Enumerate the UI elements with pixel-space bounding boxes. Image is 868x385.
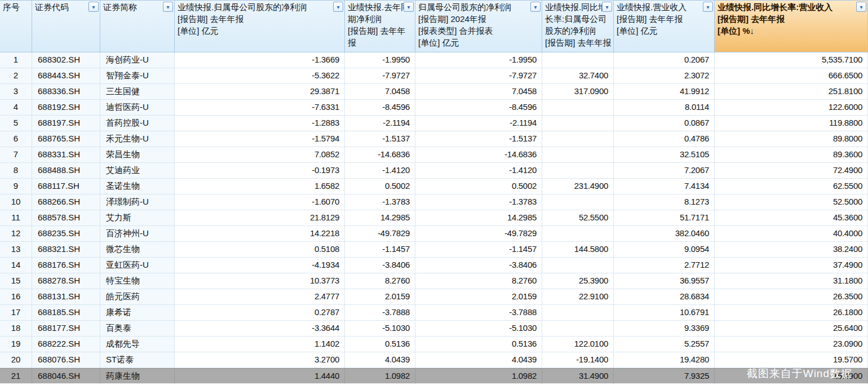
cell-revenue-express[interactable]: 0.2067 <box>614 52 715 68</box>
cell-security-code[interactable]: 688266.SH <box>32 194 100 210</box>
table-row[interactable]: 1688302.SH海创药业-U-1.3669-1.9950-1.99500.2… <box>0 52 868 68</box>
column-header-security-code[interactable]: 证券代码▾ <box>32 0 100 52</box>
cell-net-profit-yoy-growth[interactable] <box>542 258 614 273</box>
cell-security-code[interactable]: 688302.SH <box>32 52 100 68</box>
cell-security-code[interactable]: 688176.SH <box>32 258 100 273</box>
cell-net-profit-2024-report[interactable]: -3.8406 <box>415 258 542 273</box>
cell-revenue-express[interactable]: 5.2557 <box>614 337 715 352</box>
cell-net-profit-yoy-growth[interactable] <box>542 163 614 179</box>
table-row[interactable]: 3688336.SH三生国健29.38717.04587.0458317.090… <box>0 84 868 100</box>
cell-security-name[interactable]: 皓元医药 <box>100 289 175 305</box>
cell-index[interactable]: 11 <box>0 210 32 226</box>
table-row[interactable]: 16688131.SH皓元医药2.47772.01592.015922.9100… <box>0 289 868 305</box>
cell-net-profit-express[interactable]: -0.1973 <box>175 163 345 179</box>
cell-index[interactable]: 13 <box>0 242 32 258</box>
cell-index[interactable]: 8 <box>0 163 32 179</box>
cell-index[interactable]: 15 <box>0 273 32 289</box>
cell-revenue-express[interactable]: 10.6791 <box>614 305 715 321</box>
table-row[interactable]: 9688117.SH圣诺生物1.65820.50020.5002231.4900… <box>0 179 868 194</box>
cell-net-profit-yoy-growth[interactable] <box>542 116 614 131</box>
cell-index[interactable]: 19 <box>0 337 32 352</box>
cell-security-name[interactable]: 泽璟制药-U <box>100 194 175 210</box>
table-row[interactable]: 10688266.SH泽璟制药-U-1.6070-1.3783-1.37838.… <box>0 194 868 210</box>
cell-revenue-yoy-growth[interactable]: 15.4900 <box>715 368 868 384</box>
cell-revenue-express[interactable]: 8.0114 <box>614 100 715 116</box>
cell-net-profit-yoy-growth[interactable]: 31.4900 <box>542 368 614 384</box>
table-row[interactable]: 17688185.SH康希诺0.2787-3.7888-3.788810.679… <box>0 305 868 321</box>
cell-index[interactable]: 5 <box>0 116 32 131</box>
cell-net-profit-yoy-growth[interactable]: -19.1400 <box>542 352 614 368</box>
cell-security-name[interactable]: 智翔金泰-U <box>100 68 175 84</box>
cell-revenue-express[interactable]: 0.0867 <box>614 116 715 131</box>
table-row[interactable]: 12688235.SH百济神州-U14.2218-49.7829-49.7829… <box>0 226 868 242</box>
cell-revenue-yoy-growth[interactable]: 38.2400 <box>715 242 868 258</box>
cell-index[interactable]: 20 <box>0 352 32 368</box>
cell-net-profit-express[interactable]: 0.2787 <box>175 305 345 321</box>
filter-dropdown-icon[interactable]: ▾ <box>703 2 713 12</box>
table-row[interactable]: 11688578.SH艾力斯21.812914.298514.298552.55… <box>0 210 868 226</box>
cell-security-name[interactable]: 艾力斯 <box>100 210 175 226</box>
cell-net-profit-yoy-growth[interactable] <box>542 147 614 163</box>
cell-revenue-yoy-growth[interactable]: 45.3600 <box>715 210 868 226</box>
cell-net-profit-express[interactable]: 1.1402 <box>175 337 345 352</box>
cell-net-profit-2024-report[interactable]: 14.2985 <box>415 210 542 226</box>
cell-security-code[interactable]: 688046.SH <box>32 368 100 384</box>
cell-net-profit-2024-report[interactable]: -1.4120 <box>415 163 542 179</box>
cell-revenue-express[interactable]: 8.1273 <box>614 194 715 210</box>
cell-security-code[interactable]: 688765.SH <box>32 131 100 147</box>
cell-revenue-express[interactable]: 28.6834 <box>614 289 715 305</box>
cell-security-code[interactable]: 688578.SH <box>32 210 100 226</box>
cell-net-profit-yoy-growth[interactable]: 122.0100 <box>542 337 614 352</box>
cell-net-profit-2024-report[interactable]: 1.0982 <box>415 368 542 384</box>
filter-dropdown-icon[interactable]: ▾ <box>333 2 343 12</box>
cell-net-profit-express[interactable]: 10.3773 <box>175 273 345 289</box>
cell-security-code[interactable]: 688443.SH <box>32 68 100 84</box>
cell-net-profit-2024-report[interactable]: -1.3783 <box>415 194 542 210</box>
cell-security-name[interactable]: 微芯生物 <box>100 242 175 258</box>
cell-revenue-yoy-growth[interactable]: 5,535.7100 <box>715 52 868 68</box>
cell-security-code[interactable]: 688197.SH <box>32 116 100 131</box>
cell-revenue-yoy-growth[interactable]: 52.5000 <box>715 194 868 210</box>
cell-net-profit-express[interactable]: 1.4440 <box>175 368 345 384</box>
column-header-net-profit-yoy-growth[interactable]: 业绩快报.同比增长率:归属母公司股东的净利润 [报告期] 去年年报▾ <box>542 0 614 52</box>
cell-index[interactable]: 3 <box>0 84 32 100</box>
cell-net-profit-express[interactable]: 14.2218 <box>175 226 345 242</box>
cell-net-profit-prev-period[interactable]: -7.9727 <box>345 68 415 84</box>
cell-net-profit-2024-report[interactable]: -5.1030 <box>415 321 542 337</box>
column-header-net-profit-express[interactable]: 业绩快报.归属母公司股东的净利润 [报告期] 去年年报 [单位] 亿元▾ <box>175 0 345 52</box>
table-row[interactable]: 2688443.SH智翔金泰-U-5.3622-7.9727-7.972732.… <box>0 68 868 84</box>
cell-net-profit-2024-report[interactable]: 0.5136 <box>415 337 542 352</box>
filter-dropdown-icon[interactable]: ▾ <box>530 2 541 12</box>
cell-net-profit-express[interactable]: 29.3871 <box>175 84 345 100</box>
cell-net-profit-yoy-growth[interactable]: 52.5500 <box>542 210 614 226</box>
cell-security-name[interactable]: 成都先导 <box>100 337 175 352</box>
cell-net-profit-express[interactable]: 0.5108 <box>175 242 345 258</box>
cell-index[interactable]: 10 <box>0 194 32 210</box>
cell-net-profit-express[interactable]: 21.8129 <box>175 210 345 226</box>
cell-security-code[interactable]: 688488.SH <box>32 163 100 179</box>
cell-security-name[interactable]: 首药控股-U <box>100 116 175 131</box>
cell-net-profit-express[interactable]: -4.1934 <box>175 258 345 273</box>
cell-revenue-yoy-growth[interactable]: 119.8800 <box>715 116 868 131</box>
cell-net-profit-yoy-growth[interactable] <box>542 131 614 147</box>
cell-index[interactable]: 6 <box>0 131 32 147</box>
cell-revenue-express[interactable]: 41.9912 <box>614 84 715 100</box>
cell-revenue-yoy-growth[interactable]: 19.5700 <box>715 352 868 368</box>
cell-net-profit-express[interactable]: -3.3644 <box>175 321 345 337</box>
cell-revenue-express[interactable]: 7.9325 <box>614 368 715 384</box>
filter-dropdown-icon[interactable]: ▾ <box>88 2 99 12</box>
cell-revenue-express[interactable]: 9.3369 <box>614 321 715 337</box>
cell-net-profit-express[interactable]: -7.6331 <box>175 100 345 116</box>
cell-net-profit-2024-report[interactable]: -14.6836 <box>415 147 542 163</box>
cell-net-profit-prev-period[interactable]: 0.5136 <box>345 337 415 352</box>
cell-index[interactable]: 9 <box>0 179 32 194</box>
cell-revenue-yoy-growth[interactable]: 40.4000 <box>715 226 868 242</box>
cell-index[interactable]: 18 <box>0 321 32 337</box>
cell-security-name[interactable]: 禾元生物-U <box>100 131 175 147</box>
cell-net-profit-yoy-growth[interactable] <box>542 321 614 337</box>
cell-security-name[interactable]: 百济神州-U <box>100 226 175 242</box>
cell-net-profit-2024-report[interactable]: -8.4596 <box>415 100 542 116</box>
cell-index[interactable]: 14 <box>0 258 32 273</box>
cell-security-code[interactable]: 688222.SH <box>32 337 100 352</box>
cell-revenue-express[interactable]: 2.3072 <box>614 68 715 84</box>
